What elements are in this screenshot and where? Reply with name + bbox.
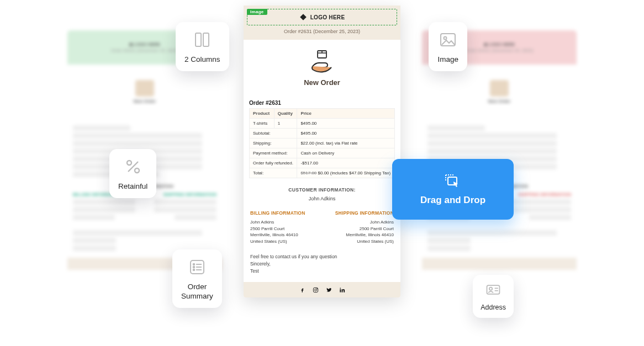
billing-col: BILLING INFORMATION John Adkins 2500 Par… xyxy=(250,210,320,244)
two-columns-icon xyxy=(192,30,212,50)
image-icon xyxy=(438,30,458,50)
table-row: T-shirts 1 $495.00 xyxy=(250,119,395,129)
drag-drop-icon xyxy=(444,173,462,189)
drag-drop-label: Drag and Drop xyxy=(420,195,485,206)
drag-and-drop-banner[interactable]: Drag and Drop xyxy=(392,159,514,220)
email-preview-card: Image LOGO HERE Order #2631 (December 25… xyxy=(244,6,400,297)
order-heading: Order #2631 xyxy=(249,100,395,106)
social-block[interactable] xyxy=(244,282,400,297)
hero-block[interactable]: New Order xyxy=(244,40,400,95)
svg-line-12 xyxy=(128,162,138,172)
svg-point-10 xyxy=(127,161,131,165)
linkedin-icon[interactable] xyxy=(339,286,345,293)
table-row: Subtotal:$495.00 xyxy=(250,129,395,139)
hero-title: New Order xyxy=(244,78,400,87)
instagram-icon[interactable] xyxy=(312,286,319,293)
twitter-icon[interactable] xyxy=(325,286,332,293)
selected-block-tag: Image xyxy=(247,9,267,15)
svg-point-14 xyxy=(193,264,195,265)
customer-info-label: CUSTOMER INFORMATION: xyxy=(244,187,400,193)
billing-title: BILLING INFORMATION xyxy=(250,210,320,216)
svg-rect-4 xyxy=(340,289,341,292)
order-summary-block[interactable]: Order #2631 Product Quality Price T-shir… xyxy=(244,95,400,179)
list-icon xyxy=(187,257,207,277)
facebook-icon[interactable] xyxy=(299,286,305,293)
order-summary-label: Order Summary xyxy=(181,283,213,301)
svg-point-11 xyxy=(135,168,139,173)
table-row: Payment method:Cash on Delivery xyxy=(250,148,395,158)
customer-name: John Adkins xyxy=(244,196,400,201)
table-header-row: Product Quality Price xyxy=(250,109,395,119)
address-card-icon xyxy=(485,281,502,298)
svg-rect-6 xyxy=(196,33,201,46)
shipping-title: SHIPPING INFORMATION xyxy=(324,210,394,216)
svg-point-18 xyxy=(193,269,195,271)
component-order-summary[interactable]: Order Summary xyxy=(172,249,222,308)
customer-info-block[interactable]: CUSTOMER INFORMATION: John Adkins xyxy=(244,179,400,207)
table-total-row: Total: $517.00 $0.00 (includes $47.00 Sh… xyxy=(250,168,395,178)
svg-point-5 xyxy=(340,288,341,289)
address-block[interactable]: BILLING INFORMATION John Adkins 2500 Par… xyxy=(244,207,400,249)
footer-note-block[interactable]: Feel free to contact us if you any quest… xyxy=(244,249,400,282)
order-table: Product Quality Price T-shirts 1 $495.00… xyxy=(249,108,395,178)
logo-icon xyxy=(299,13,307,21)
component-address[interactable]: Address xyxy=(473,275,514,318)
percent-icon xyxy=(123,157,143,177)
email-header: Image LOGO HERE Order #2631 (December 25… xyxy=(244,6,400,40)
logo-text: LOGO HERE xyxy=(310,14,345,20)
svg-point-2 xyxy=(314,289,316,291)
svg-point-9 xyxy=(444,37,447,40)
component-2-columns[interactable]: 2 Columns xyxy=(176,22,229,71)
table-row: Shipping:$22.00 (incl. tax) via Flat rat… xyxy=(250,139,395,148)
logo-image-block[interactable]: Image LOGO HERE xyxy=(247,9,397,25)
component-image[interactable]: Image xyxy=(429,22,467,71)
svg-point-21 xyxy=(489,288,492,290)
svg-point-16 xyxy=(193,267,195,268)
component-retainful[interactable]: Retainful xyxy=(109,149,156,198)
table-row: Order fully refunded.-$517.00 xyxy=(250,158,395,168)
svg-rect-7 xyxy=(203,33,209,46)
package-hand-icon xyxy=(309,50,335,74)
shipping-col: SHIPPING INFORMATION John Adkins 2500 Pa… xyxy=(324,210,394,244)
svg-point-3 xyxy=(316,288,317,289)
order-subtitle: Order #2631 (December 25, 2023) xyxy=(247,29,397,34)
